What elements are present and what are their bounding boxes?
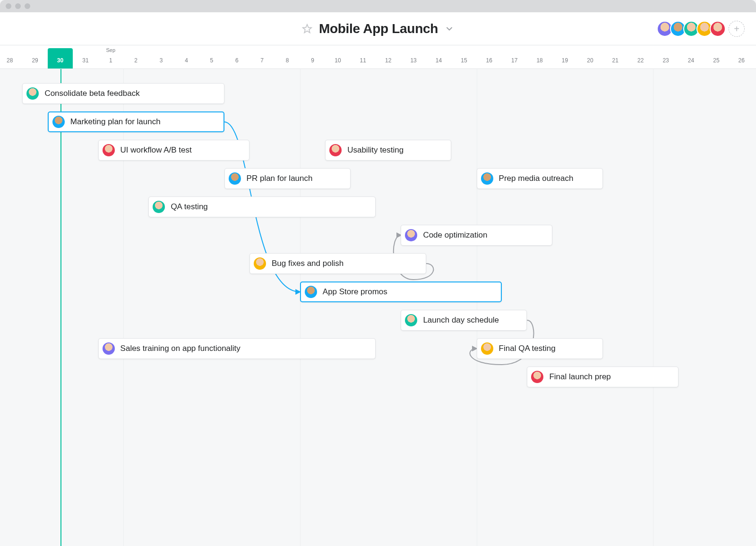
assignee-avatar[interactable]	[153, 201, 165, 213]
task-bar[interactable]: Usability testing	[325, 140, 451, 161]
traffic-light-close[interactable]	[6, 3, 11, 9]
assignee-avatar[interactable]	[329, 144, 342, 156]
date-cell[interactable]: 12	[376, 45, 401, 68]
app-header: Mobile App Launch +	[0, 12, 756, 45]
task-bar[interactable]: Final launch prep	[527, 367, 678, 387]
date-cell[interactable]: 18	[527, 45, 552, 68]
task-bar[interactable]: Bug fixes and polish	[249, 253, 426, 274]
date-cell[interactable]: 28	[0, 45, 22, 68]
task-label: Final QA testing	[499, 344, 556, 353]
assignee-avatar[interactable]	[52, 116, 65, 128]
date-cell[interactable]: 31	[73, 45, 98, 68]
date-cell[interactable]: 5	[199, 45, 224, 68]
task-label: Consolidate beta feedback	[44, 89, 139, 98]
assignee-avatar[interactable]	[481, 342, 493, 355]
assignee-avatar[interactable]	[405, 229, 417, 241]
assignee-avatar[interactable]	[531, 371, 543, 383]
task-bar[interactable]: Sales training on app functionality	[98, 338, 376, 359]
task-bar[interactable]: Marketing plan for launch	[48, 111, 224, 132]
task-bar[interactable]: App Store promos	[300, 282, 502, 302]
date-cell[interactable]: 14	[426, 45, 451, 68]
member-avatar[interactable]	[710, 21, 726, 37]
task-bar[interactable]: Final QA testing	[477, 338, 603, 359]
assignee-avatar[interactable]	[103, 144, 115, 156]
date-cell[interactable]: 16	[477, 45, 502, 68]
project-title[interactable]: Mobile App Launch	[319, 21, 438, 36]
window-titlebar	[0, 0, 756, 12]
task-label: App Store promos	[323, 287, 387, 297]
date-cell[interactable]: 20	[577, 45, 602, 68]
assignee-avatar[interactable]	[305, 286, 317, 298]
date-cell[interactable]: 17	[502, 45, 527, 68]
date-cell[interactable]: 9	[300, 45, 325, 68]
date-cell[interactable]: 11	[351, 45, 376, 68]
date-cell[interactable]: 21	[603, 45, 628, 68]
task-bar[interactable]: Consolidate beta feedback	[22, 83, 224, 104]
traffic-light-max[interactable]	[25, 3, 30, 9]
traffic-light-min[interactable]	[15, 3, 21, 9]
project-members: +	[660, 21, 745, 37]
date-cell[interactable]: 13	[401, 45, 426, 68]
date-cell[interactable]: 10	[325, 45, 350, 68]
assignee-avatar[interactable]	[405, 314, 417, 326]
assignee-avatar[interactable]	[254, 257, 266, 270]
task-label: Usability testing	[347, 145, 404, 155]
task-bar[interactable]: Prep media outreach	[477, 168, 603, 189]
date-cell[interactable]: 2	[123, 45, 148, 68]
task-label: Code optimization	[423, 230, 487, 240]
task-label: Launch day schedule	[423, 316, 499, 325]
task-bar[interactable]: PR plan for launch	[224, 168, 351, 189]
date-cell[interactable]: 8	[275, 45, 300, 68]
task-bar[interactable]: Code optimization	[401, 225, 552, 246]
task-label: Sales training on app functionality	[120, 344, 241, 353]
date-cell[interactable]: 15	[451, 45, 476, 68]
project-menu-chevron-icon[interactable]	[445, 24, 454, 34]
timeline-canvas[interactable]: Consolidate beta feedbackMarketing plan …	[0, 69, 756, 546]
task-label: Final launch prep	[549, 372, 610, 382]
date-cell[interactable]: 29	[22, 45, 47, 68]
date-cell[interactable]: 24	[679, 45, 704, 68]
task-label: Marketing plan for launch	[70, 117, 161, 127]
task-label: Bug fixes and polish	[272, 259, 344, 268]
timeline-date-axis: 282930311Sep2345678910111213141516171819…	[0, 45, 756, 69]
task-bar[interactable]: QA testing	[148, 196, 376, 217]
today-indicator-line	[60, 69, 61, 546]
date-cell[interactable]: 23	[653, 45, 678, 68]
assignee-avatar[interactable]	[481, 172, 493, 185]
assignee-avatar[interactable]	[26, 87, 39, 100]
date-cell[interactable]: 25	[704, 45, 729, 68]
date-cell[interactable]: 6	[224, 45, 249, 68]
task-label: QA testing	[171, 202, 207, 212]
task-label: PR plan for launch	[247, 174, 313, 183]
date-cell[interactable]: 7	[249, 45, 275, 68]
date-cell[interactable]: 22	[628, 45, 653, 68]
add-member-button[interactable]: +	[729, 21, 745, 37]
date-cell[interactable]: 4	[174, 45, 199, 68]
svg-marker-0	[303, 24, 311, 32]
task-bar[interactable]: Launch day schedule	[401, 310, 527, 331]
task-bar[interactable]: UI workflow A/B test	[98, 140, 249, 161]
date-cell-today[interactable]: 30	[48, 48, 73, 68]
date-cell[interactable]: 26	[729, 45, 754, 68]
date-cell[interactable]: 3	[148, 45, 173, 68]
assignee-avatar[interactable]	[103, 342, 115, 355]
favorite-star-icon[interactable]	[302, 24, 312, 34]
task-label: UI workflow A/B test	[120, 145, 192, 155]
assignee-avatar[interactable]	[229, 172, 241, 185]
task-label: Prep media outreach	[499, 174, 574, 183]
date-cell[interactable]: 19	[552, 45, 577, 68]
month-label: Sep	[98, 47, 123, 53]
